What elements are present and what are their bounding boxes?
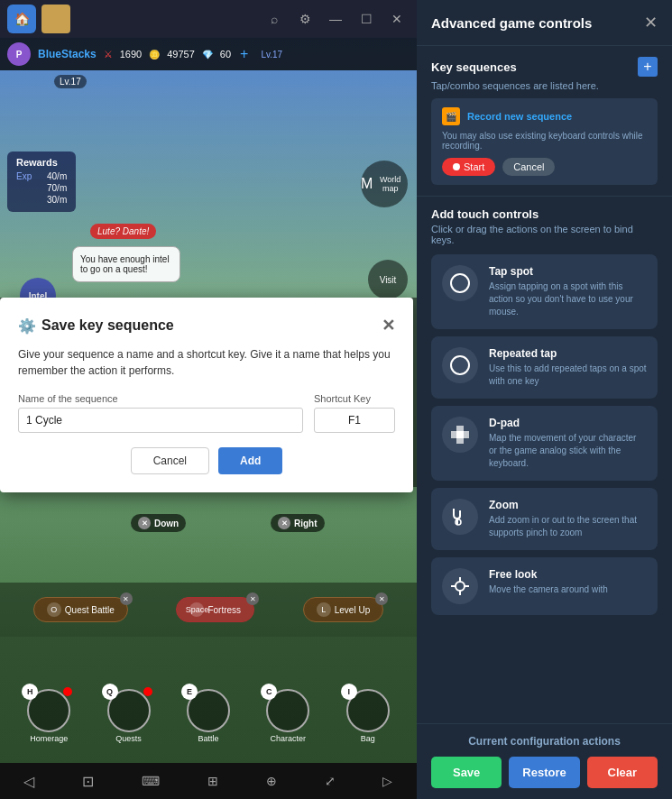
tap-spot-card[interactable]: Tap spot Assign tapping on a spot with t… <box>431 254 658 329</box>
skill-char-q: Q Quests <box>107 689 151 743</box>
gem-icon: 💎 <box>202 50 213 60</box>
levelup-key-badge: L <box>317 602 331 617</box>
skill-circle-e[interactable]: E <box>187 689 230 732</box>
level-label: Lv.17 <box>261 50 282 60</box>
sequence-name-label: Name of the sequence <box>18 393 303 404</box>
quest-battle-button[interactable]: ✕ O Quest Battle <box>33 597 128 622</box>
dpad-card[interactable]: D-pad Map the movement of your character… <box>431 406 658 481</box>
skill-circle-i[interactable]: I <box>346 689 390 732</box>
minimize-button[interactable]: — <box>323 6 348 32</box>
repeated-tap-card[interactable]: Repeated tap Use this to add repeated ta… <box>431 336 658 399</box>
record-desc: You may also use existing keyboard contr… <box>442 131 647 151</box>
skill-key-q: Q <box>102 684 118 700</box>
panel-close-button[interactable]: ✕ <box>644 13 658 32</box>
fortress-button[interactable]: ✕ Space Fortress <box>176 597 254 622</box>
dpad-title: D-pad <box>489 417 647 429</box>
zoom-icon <box>442 499 478 535</box>
quest-battle-close[interactable]: ✕ <box>120 592 133 605</box>
zoom-card[interactable]: Zoom Add zoom in or out to the screen th… <box>431 488 658 550</box>
skill-label-q: Quests <box>115 734 142 743</box>
record-sequence-panel: 🎬 Record new sequence You may also use e… <box>431 98 658 185</box>
zoom-desc: Add zoom in or out to the screen that su… <box>489 514 647 539</box>
maximize-button[interactable]: ☐ <box>354 6 379 32</box>
float-x-down[interactable]: ✕ <box>138 517 151 529</box>
player-avatar: P <box>7 42 31 66</box>
quest-battle-label: Quest Battle <box>65 605 115 615</box>
dialog-add-button[interactable]: Add <box>218 447 282 474</box>
visit-button[interactable]: Visit <box>368 260 408 299</box>
search-button[interactable]: ⌕ <box>262 6 287 32</box>
skill-char-c: C Character <box>266 689 309 743</box>
free-look-title: Free look <box>489 568 647 581</box>
skill-char-e: E Battle <box>187 689 230 743</box>
dialog-body: Give your sequence a name and a shortcut… <box>18 346 395 379</box>
brand-label: BlueStacks <box>38 48 97 60</box>
float-label-right: ✕ Right <box>271 514 325 532</box>
record-dot <box>453 163 460 170</box>
start-recording-button[interactable]: Start <box>442 158 495 176</box>
float-x-right[interactable]: ✕ <box>278 517 290 529</box>
svg-point-0 <box>451 274 469 292</box>
keyboard-button[interactable]: ⌨ <box>142 774 160 788</box>
control-cards: Tap spot Assign tapping on a spot with t… <box>417 254 672 723</box>
skill-key-e: E <box>181 684 198 700</box>
dialog-icon: ⚙️ <box>18 317 36 335</box>
key-sequences-desc: Tap/combo sequences are listed here. <box>431 80 658 91</box>
skill-dot-q <box>143 687 152 696</box>
home-icon[interactable]: 🏠 <box>7 5 36 33</box>
dialog-cancel-button[interactable]: Cancel <box>131 447 209 474</box>
free-look-card[interactable]: Free look Move the camera around with <box>431 557 658 615</box>
save-sequence-dialog: ⚙️ Save key sequence ✕ Give your sequenc… <box>0 298 413 492</box>
fullscreen-button[interactable]: ⤢ <box>325 774 336 788</box>
add-currency-button[interactable]: + <box>240 46 248 62</box>
key-sequences-section: Key sequences + Tap/combo sequences are … <box>417 46 672 197</box>
key-sequences-add-button[interactable]: + <box>638 57 658 77</box>
skill-key-h: H <box>22 684 38 700</box>
shortcut-key-input[interactable] <box>314 408 395 433</box>
reward-val-2: 70/m <box>47 183 67 193</box>
reward-row-3: 30/m <box>16 195 67 205</box>
settings-button[interactable]: ⚙ <box>292 6 318 32</box>
coin-value: 49757 <box>167 49 195 60</box>
clear-button[interactable]: Clear <box>587 757 658 788</box>
world-map-button[interactable]: M World map <box>361 161 408 207</box>
sequence-name-field: Name of the sequence <box>18 393 303 433</box>
hud-bar: P BlueStacks ⚔ 1690 🪙 49757 💎 60 + Lv.17 <box>0 38 417 70</box>
level-badge: Lv.17 <box>54 75 87 88</box>
reward-row-exp: Exp 40/m <box>16 171 67 181</box>
tap-spot-title: Tap spot <box>489 265 647 278</box>
key-sequences-title: Key sequences <box>431 60 517 74</box>
svg-point-8 <box>456 582 465 591</box>
avatar[interactable] <box>41 5 70 33</box>
cancel-recording-button[interactable]: Cancel <box>502 158 555 176</box>
levelup-close[interactable]: ✕ <box>375 592 388 605</box>
skill-circle-h[interactable]: H <box>27 689 70 732</box>
fortress-close[interactable]: ✕ <box>246 592 259 605</box>
float-label-down: ✕ Down <box>131 514 186 532</box>
window-close-button[interactable]: ✕ <box>384 6 410 32</box>
levelup-button[interactable]: ✕ L Level Up <box>303 597 383 622</box>
dialog-close-button[interactable]: ✕ <box>382 316 395 335</box>
dpad-content: D-pad Map the movement of your character… <box>489 417 647 470</box>
free-look-content: Free look Move the camera around with <box>489 568 647 596</box>
sword-icon: ⚔ <box>104 49 113 60</box>
save-button[interactable]: Save <box>431 757 502 788</box>
grid-button[interactable]: ⊞ <box>207 774 218 788</box>
location-button[interactable]: ⊕ <box>266 774 277 788</box>
repeated-tap-icon <box>442 347 478 383</box>
fortress-label: Fortress <box>207 605 241 615</box>
back-button[interactable]: ◁ <box>23 773 34 790</box>
footer-label: Current configuration actions <box>431 735 658 748</box>
skill-dot-h <box>63 687 72 696</box>
lute-dante-label: Lute? Dante! <box>90 224 156 239</box>
reward-type-3 <box>16 195 41 205</box>
fortress-key-badge: Space <box>189 602 204 617</box>
more-button[interactable]: ▷ <box>382 774 392 788</box>
svg-point-1 <box>451 356 469 374</box>
home-nav-button[interactable]: ⊡ <box>82 773 94 790</box>
tap-spot-content: Tap spot Assign tapping on a spot with t… <box>489 265 647 318</box>
restore-button[interactable]: Restore <box>509 757 579 788</box>
sequence-name-input[interactable] <box>18 408 303 433</box>
skill-circle-q[interactable]: Q <box>107 689 151 732</box>
skill-circle-c[interactable]: C <box>266 689 309 732</box>
